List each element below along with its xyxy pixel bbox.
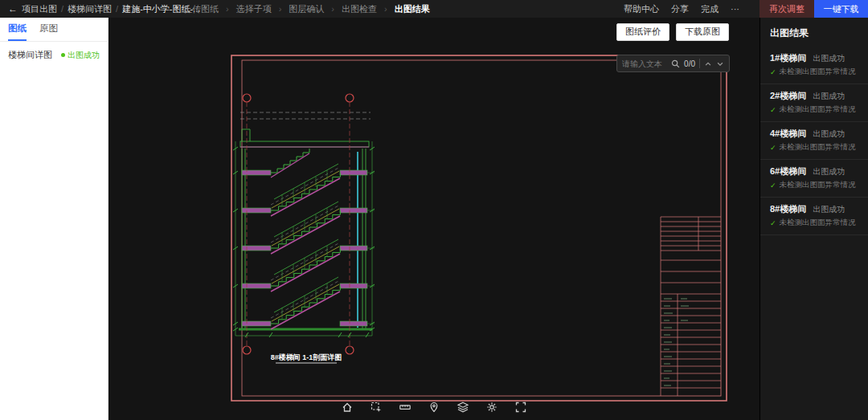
breadcrumb-category[interactable]: 楼梯间详图 bbox=[68, 3, 112, 15]
step-select-subitem[interactable]: 选择子项 bbox=[236, 3, 272, 15]
result-status: 出图成功 bbox=[813, 166, 845, 177]
more-icon[interactable]: ··· bbox=[731, 4, 739, 14]
box-select-icon[interactable] bbox=[368, 399, 384, 415]
check-icon: ✓ bbox=[770, 144, 776, 152]
cad-drawing: 8#楼梯间 1-1剖面详图 bbox=[229, 53, 729, 403]
wizard-steps: 上传图纸 › 选择子项 › 图层确认 › 出图检查 › 出图结果 bbox=[183, 0, 430, 18]
result-detail: 未检测出图面异常情况 bbox=[780, 180, 856, 190]
app-window: ← 项目出图 / 楼梯间详图 / 建施-中小学-图纸-... 上传图纸 › 选择… bbox=[0, 0, 868, 420]
check-icon: ✓ bbox=[770, 219, 776, 227]
step-layer-confirm[interactable]: 图层确认 bbox=[289, 3, 324, 15]
canvas-buttons: 图纸评价 下载原图 bbox=[616, 23, 729, 41]
result-name: 8#楼梯间 bbox=[770, 203, 806, 215]
chevron-down-icon[interactable] bbox=[716, 60, 724, 67]
check-icon: ✓ bbox=[770, 106, 776, 114]
search-icon[interactable] bbox=[671, 59, 680, 68]
fullscreen-icon[interactable] bbox=[513, 399, 529, 415]
sheet-outer-frame bbox=[231, 55, 727, 401]
result-item[interactable]: 6#楼梯间 出图成功 ✓ 未检测出图面异常情况 bbox=[760, 160, 868, 198]
chevron-separator-icon: › bbox=[384, 4, 387, 14]
home-icon[interactable] bbox=[339, 399, 355, 415]
download-original-button[interactable]: 下载原图 bbox=[676, 23, 729, 41]
result-detail: 未检测出图面异常情况 bbox=[780, 104, 856, 115]
sheet-sidebar: 图纸 原图 楼梯间详图 出图成功 bbox=[0, 18, 108, 420]
result-status: 出图成功 bbox=[813, 204, 845, 215]
result-item[interactable]: 8#楼梯间 出图成功 ✓ 未检测出图面异常情况 bbox=[760, 198, 868, 235]
back-button[interactable]: ← bbox=[8, 3, 18, 14]
check-icon: ✓ bbox=[770, 68, 776, 76]
breadcrumb-project[interactable]: 项目出图 bbox=[22, 3, 57, 15]
tab-sheets[interactable]: 图纸 bbox=[8, 18, 27, 41]
measure-icon[interactable] bbox=[397, 399, 413, 415]
result-item[interactable]: 4#楼梯间 出图成功 ✓ 未检测出图面异常情况 bbox=[760, 122, 868, 160]
sheet-name: 楼梯间详图 bbox=[8, 49, 52, 61]
title-block bbox=[661, 217, 721, 396]
result-item[interactable]: 2#楼梯间 出图成功 ✓ 未检测出图面异常情况 bbox=[760, 84, 868, 122]
finish-link[interactable]: 完成 bbox=[701, 3, 719, 15]
result-name: 6#楼梯间 bbox=[770, 165, 806, 177]
readjust-button[interactable]: 再次调整 bbox=[760, 0, 814, 18]
sheet-status-badge: 出图成功 bbox=[61, 50, 100, 61]
settings-icon[interactable] bbox=[484, 399, 500, 415]
layers-icon[interactable] bbox=[455, 399, 471, 415]
result-name: 4#楼梯间 bbox=[770, 128, 806, 140]
topbar: ← 项目出图 / 楼梯间详图 / 建施-中小学-图纸-... 上传图纸 › 选择… bbox=[0, 0, 868, 18]
search-input[interactable] bbox=[622, 59, 667, 68]
chevron-separator-icon: › bbox=[279, 4, 282, 14]
breadcrumb-separator: / bbox=[61, 4, 63, 14]
drawing-title: 8#楼梯间 1-1剖面详图 bbox=[271, 353, 342, 361]
stair-section: 8#楼梯间 1-1剖面详图 bbox=[233, 94, 375, 363]
search-result-count: 0/0 bbox=[684, 59, 695, 68]
sidebar-tabs: 图纸 原图 bbox=[0, 18, 108, 42]
results-title: 出图结果 bbox=[760, 18, 868, 47]
step-plot-result: 出图结果 bbox=[395, 3, 430, 15]
result-name: 2#楼梯间 bbox=[770, 90, 806, 102]
results-panel: 出图结果 1#楼梯间 出图成功 ✓ 未检测出图面异常情况 2#楼梯间 出图成功 … bbox=[760, 18, 868, 420]
text-search-bar: 0/0 bbox=[616, 55, 730, 72]
sheet-list-item[interactable]: 楼梯间详图 出图成功 bbox=[0, 42, 108, 68]
topbar-links: 帮助中心 分享 完成 ··· bbox=[624, 0, 739, 18]
topbar-action-buttons: 再次调整 一键下载 bbox=[760, 0, 868, 18]
tab-original[interactable]: 原图 bbox=[39, 18, 58, 41]
result-detail: 未检测出图面异常情况 bbox=[780, 218, 856, 228]
result-name: 1#楼梯间 bbox=[770, 52, 806, 64]
check-icon: ✓ bbox=[770, 181, 776, 190]
breadcrumb: ← 项目出图 / 楼梯间详图 / 建施-中小学-图纸-... bbox=[8, 0, 200, 18]
step-plot-check[interactable]: 出图检查 bbox=[342, 3, 377, 15]
help-center-link[interactable]: 帮助中心 bbox=[624, 3, 659, 15]
chevron-separator-icon: › bbox=[331, 4, 334, 14]
result-item[interactable]: 1#楼梯间 出图成功 ✓ 未检测出图面异常情况 bbox=[760, 47, 868, 84]
download-all-button[interactable]: 一键下载 bbox=[814, 0, 868, 18]
divider bbox=[699, 59, 700, 68]
status-dot-icon bbox=[61, 53, 65, 57]
sheet-evaluate-button[interactable]: 图纸评价 bbox=[616, 23, 669, 41]
share-link[interactable]: 分享 bbox=[671, 3, 689, 15]
drawing-viewport[interactable]: 8#楼梯间 1-1剖面详图 bbox=[229, 53, 729, 403]
result-status: 出图成功 bbox=[813, 128, 845, 140]
drawing-canvas: 图纸评价 下载原图 0/0 bbox=[108, 18, 760, 420]
sheet-status-text: 出图成功 bbox=[68, 50, 100, 61]
step-upload[interactable]: 上传图纸 bbox=[183, 3, 219, 15]
breadcrumb-separator: / bbox=[116, 4, 118, 14]
result-status: 出图成功 bbox=[813, 91, 845, 102]
chevron-up-icon[interactable] bbox=[704, 60, 712, 67]
result-status: 出图成功 bbox=[813, 53, 845, 64]
result-detail: 未检测出图面异常情况 bbox=[780, 67, 856, 77]
axis-grid bbox=[243, 94, 354, 354]
result-detail: 未检测出图面异常情况 bbox=[780, 142, 856, 153]
chevron-separator-icon: › bbox=[226, 4, 229, 14]
viewer-toolbar bbox=[339, 399, 529, 415]
marker-icon[interactable] bbox=[426, 399, 442, 415]
sheet-inner-frame bbox=[242, 60, 721, 396]
